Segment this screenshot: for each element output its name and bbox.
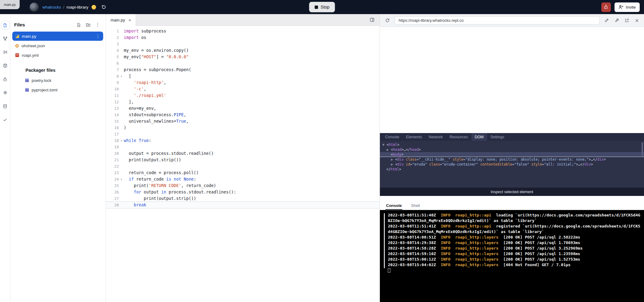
history-icon[interactable] [100, 3, 108, 11]
version-control-tool[interactable] [0, 32, 10, 45]
code-text: output = process.stdout.readline() [124, 150, 214, 157]
secrets-tool[interactable] [0, 72, 10, 86]
run-tool[interactable] [0, 45, 10, 59]
log-token: roapi_http::api [455, 213, 491, 217]
fold-toggle-icon[interactable]: ▾ [119, 73, 124, 79]
dom-node[interactable]: ▶ <head>…</head> [380, 147, 644, 152]
code-line-17: 17 [106, 131, 380, 137]
fold-toggle-icon [119, 41, 124, 47]
new-folder-button[interactable] [86, 22, 91, 27]
log-token: [404 Not Found] GET / 7.01µs [498, 262, 571, 267]
webview-content[interactable] [380, 27, 644, 133]
url-input[interactable] [395, 16, 600, 25]
devtools-tab-settings[interactable]: Settings [487, 133, 508, 141]
dom-token: > [399, 167, 401, 171]
code-line-13: 13 env=my_env, [106, 105, 380, 112]
close-webview-button[interactable] [634, 17, 640, 24]
dom-token: class [404, 157, 417, 162]
devtools-tab-console[interactable]: Console [382, 133, 403, 141]
dom-node[interactable]: ▶ <div class="__chii-hide__" style="disp… [380, 157, 644, 162]
log-token [436, 235, 441, 239]
fold-toggle-icon [119, 86, 124, 92]
dom-node[interactable]: <body> [380, 152, 644, 157]
console-tab-shell[interactable]: Shell [410, 201, 420, 210]
avatar[interactable] [29, 2, 39, 12]
file-item-main.py[interactable]: main.py⋮ [12, 32, 103, 41]
devtools-button[interactable] [613, 17, 620, 24]
log-token: [200 OK] POST /api/sql 3.252969ms [498, 246, 583, 250]
dom-token: div [397, 157, 404, 162]
code-token [124, 202, 134, 207]
dom-token: class [427, 162, 440, 166]
dom-token: > [401, 152, 404, 157]
files-menu-icon[interactable]: ⋮ [95, 22, 100, 27]
edit-url-button[interactable] [603, 17, 610, 24]
code-editor[interactable]: 1import subprocess2import os34my_env = o… [106, 26, 380, 302]
log-token: INFO [441, 246, 450, 250]
close-tab-icon[interactable]: × [128, 17, 131, 23]
settings-tool[interactable] [0, 86, 10, 99]
dom-node[interactable]: ▼ <html> [380, 142, 644, 147]
file-item-roapi.yml[interactable]: roapi.yml [12, 51, 103, 60]
stop-button[interactable]: Stop [309, 2, 335, 12]
code-token: return_code [134, 177, 166, 182]
dom-token: "all: initial;" [544, 162, 576, 166]
new-file-button[interactable] [76, 23, 81, 27]
code-token [136, 138, 139, 143]
main-area: Files ⋮ main.py⋮ohsheet.jsonroapi [0, 14, 644, 302]
line-number: 6 [106, 60, 119, 67]
new-file-icon [76, 23, 81, 27]
breadcrumb-username[interactable]: whatrocks [42, 5, 61, 10]
line-number: 2 [106, 34, 119, 41]
bug-report-button[interactable] [601, 2, 611, 12]
dom-token: > [604, 157, 606, 162]
fold-toggle-icon [119, 105, 124, 112]
invite-button[interactable]: Invite [615, 2, 640, 12]
code-line-5: 5my_env["HOST"] = "0.0.0.0" [106, 54, 380, 60]
console-scrollbar[interactable] [384, 213, 385, 268]
file-item-ohsheet.json[interactable]: ohsheet.json [12, 41, 103, 50]
layout-toggle-button[interactable] [368, 16, 376, 24]
devtools-tab-dom[interactable]: DOM [471, 133, 487, 141]
file-options-icon[interactable]: ⋮ [96, 34, 100, 39]
json-file-icon [15, 44, 19, 48]
code-text: if return_code is not None: [124, 176, 196, 182]
database-tool[interactable] [0, 99, 10, 113]
fold-toggle-icon[interactable]: ▾ [119, 176, 124, 182]
fold-toggle-icon[interactable]: ▾ [119, 137, 124, 144]
open-external-button[interactable] [623, 17, 630, 24]
code-token: stdout=subprocess. [124, 112, 174, 117]
code-text: print(output.strip()) [124, 157, 181, 163]
dom-token: … [591, 157, 593, 162]
code-token [124, 80, 134, 85]
console-output[interactable]: 2022-03-08T11:51:40Z INFO roapi_http::ap… [380, 210, 644, 302]
code-token: PIPE [174, 112, 184, 117]
devtools-scrollbar[interactable] [642, 142, 643, 156]
devtools-tab-network[interactable]: Network [425, 133, 446, 141]
inspect-selected-element-button[interactable]: Inspect selected element [380, 188, 644, 196]
files-tool[interactable] [0, 18, 10, 32]
code-token: , [184, 112, 186, 117]
dom-token: div [584, 162, 591, 166]
file-item-pyproject.toml[interactable]: pyproject.toml [22, 85, 103, 94]
gear-icon [3, 90, 8, 95]
dom-node[interactable]: ▶ <div id="eruda" class="eruda-container… [380, 162, 644, 167]
checks-tool[interactable] [0, 113, 10, 126]
console-tab-console[interactable]: Console [385, 201, 402, 210]
packages-tool[interactable] [0, 59, 10, 72]
dom-node[interactable]: </html> [380, 167, 644, 172]
log-token: 2022-03-08T14:00:51Z [388, 235, 436, 239]
editor-tab-main-py[interactable]: main.py × [106, 14, 136, 26]
devtools-tab-resources[interactable]: Resources [446, 133, 471, 141]
refresh-button[interactable] [384, 17, 391, 24]
breadcrumb-repl-name[interactable]: roapi-library [67, 5, 88, 10]
code-token: "0.0.0.0" [166, 54, 189, 59]
code-line-24: 24▾ if return_code is not None: [106, 176, 380, 182]
stop-icon [314, 6, 318, 9]
code-token: print( [124, 183, 149, 188]
files-actions: ⋮ [76, 22, 100, 27]
file-item-poetry.lock[interactable]: poetry.lock [22, 76, 103, 85]
devtools-tab-elements[interactable]: Elements [403, 133, 425, 141]
dom-token: html [389, 143, 397, 147]
browser-tab[interactable]: main.py [0, 0, 20, 9]
